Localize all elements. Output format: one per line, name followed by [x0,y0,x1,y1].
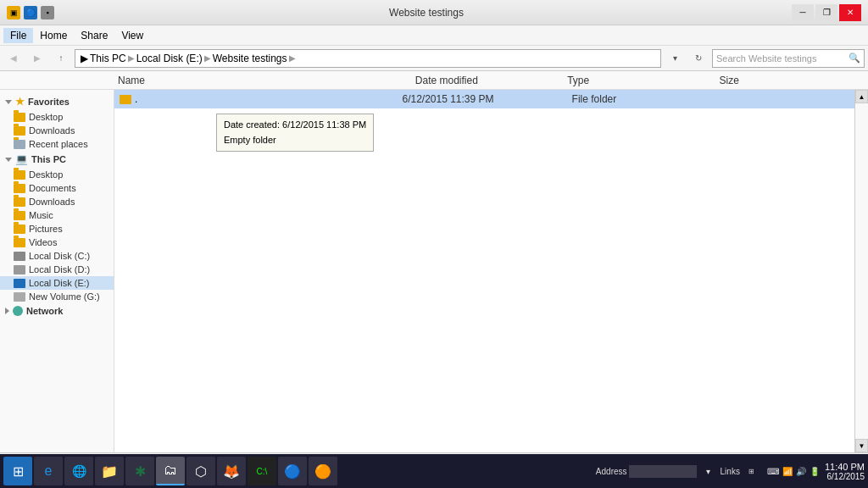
file-type: File folder [572,93,714,105]
app-icon-2: 🔵 [24,6,37,19]
sidebar-item-label: Desktop [29,112,63,122]
search-box[interactable]: Search Website testings 🔍 [712,49,865,68]
app-icon-3: ▪ [41,6,54,19]
sidebar-item-localc[interactable]: Local Disk (C:) [0,249,114,263]
sidebar-item-videos[interactable]: Videos [0,236,114,249]
table-row[interactable]: . 6/12/2015 11:39 PM File folder [114,90,854,108]
sidebar-item-label: Videos [29,237,57,247]
sidebar-item-downloads-fav[interactable]: Downloads [0,124,114,137]
scroll-down-button[interactable]: ▼ [855,439,868,452]
sidebar-item-label: Local Disk (E:) [29,278,90,288]
sidebar-section-network[interactable]: Network [0,303,114,319]
restore-button[interactable]: ❐ [815,4,837,21]
breadcrumb-sep-3: ▶ [289,53,296,63]
sidebar-item-desktop-fav[interactable]: Desktop [0,110,114,124]
links-button[interactable]: ⊞ [742,462,762,471]
sidebar-item-label: Desktop [29,169,63,180]
sidebar-section-thispc[interactable]: 💻 This PC [0,151,114,168]
breadcrumb-sep-2: ▶ [204,53,211,63]
breadcrumb-websitetestings[interactable]: Website testings [213,53,287,64]
breadcrumb-sep-1: ▶ [128,53,135,63]
sidebar-item-locale[interactable]: Local Disk (E:) [0,276,114,290]
sidebar-section-favorites[interactable]: ★ Favorites [0,93,114,110]
sidebar-item-newvolume[interactable]: New Volume (G:) [0,290,114,303]
favorites-label: Favorites [28,97,70,107]
breadcrumb-arrow: ▶ [81,53,88,64]
clock: 11:40 PM 6/12/2015 [825,462,865,472]
file-area[interactable]: . 6/12/2015 11:39 PM File folder Date cr… [114,90,854,452]
folder-icon [14,197,25,207]
taskbar-ie-button[interactable]: e [34,457,63,471]
network-expand-icon [5,308,9,314]
dropdown-button[interactable]: ▾ [665,49,685,68]
refresh-button[interactable]: ↻ [688,49,709,68]
folder-icon [14,170,25,180]
taskbar-excel-button[interactable]: ✱ [125,457,154,471]
up-button[interactable]: ↑ [51,49,71,68]
address-taskbar: Address ▾ Links ⊞ [596,462,762,471]
col-header-name[interactable]: Name [114,75,412,86]
sidebar-item-documents[interactable]: Documents [0,181,114,195]
forward-button[interactable]: ▶ [27,49,47,68]
menu-home[interactable]: Home [33,28,74,43]
sidebar-item-label: Recent places [29,139,88,149]
col-header-date[interactable]: Date modified [412,75,564,86]
thispc-label: This PC [31,154,66,164]
folder-icon [14,126,25,136]
sidebar-item-downloads[interactable]: Downloads [0,195,114,208]
file-name-text: . [135,93,137,105]
sys-tray: ⌨ 📶 🔊 🔋 [767,467,820,472]
minimize-button[interactable]: ─ [792,4,814,21]
network-label: Network [26,306,63,316]
main-area: ★ Favorites Desktop Downloads Recent pla… [0,90,868,452]
taskbar-explorer-button[interactable]: 📁 [95,457,124,471]
app-icon-1: ▣ [7,6,20,19]
back-button[interactable]: ◀ [3,49,24,68]
taskbar-app2-button[interactable]: 🦊 [217,457,246,471]
taskbar-chrome-button[interactable]: 🌐 [64,457,93,471]
taskbar-app3-button[interactable]: 🔵 [278,457,307,471]
scrollbar[interactable]: ▲ ▼ [854,90,868,452]
sidebar-item-locald[interactable]: Local Disk (D:) [0,263,114,276]
sidebar-item-desktop[interactable]: Desktop [0,168,114,181]
col-header-type[interactable]: Type [564,75,715,86]
search-placeholder: Search Website testings [716,53,816,64]
title-bar-icons: ▣ 🔵 ▪ [7,6,54,19]
file-name: . [120,93,402,105]
breadcrumb-thispc[interactable]: This PC [90,53,126,64]
search-icon[interactable]: 🔍 [849,53,860,64]
sidebar-item-pictures[interactable]: Pictures [0,222,114,236]
folder-icon [14,238,25,247]
network-icon [13,306,23,316]
scroll-track[interactable] [855,103,868,439]
drive-e-icon [14,279,25,288]
close-button[interactable]: ✕ [839,4,861,21]
column-headers: Name Date modified Type Size [0,71,868,90]
thispc-expand-icon [5,158,12,162]
breadcrumb[interactable]: ▶ This PC ▶ Local Disk (E:) ▶ Website te… [75,49,661,68]
tooltip: Date created: 6/12/2015 11:38 PM Empty f… [216,114,374,152]
menu-file[interactable]: File [3,28,33,43]
address-bar: ◀ ▶ ↑ ▶ This PC ▶ Local Disk (E:) ▶ Webs… [0,46,868,71]
sidebar-item-music[interactable]: Music [0,208,114,222]
taskbar-folder-button[interactable]: 🗂 [156,457,185,471]
col-header-size[interactable]: Size [716,75,868,86]
sidebar: ★ Favorites Desktop Downloads Recent pla… [0,90,114,452]
sidebar-item-recentplaces[interactable]: Recent places [0,137,114,151]
sidebar-item-label: Pictures [29,224,63,234]
sidebar-item-label: Local Disk (C:) [29,251,90,261]
menu-share[interactable]: Share [74,28,114,43]
address-go-button[interactable]: ▾ [698,462,719,471]
title-bar: ▣ 🔵 ▪ Website testings ─ ❐ ✕ [0,0,868,25]
taskbar-app4-button[interactable]: 🟠 [309,457,337,471]
address-label: Address [596,467,627,472]
breadcrumb-localdisk[interactable]: Local Disk (E:) [136,53,203,64]
scroll-up-button[interactable]: ▲ [855,90,868,103]
start-button[interactable]: ⊞ [3,457,32,471]
taskbar-app1-button[interactable]: ⬡ [186,457,215,471]
favorites-star-icon: ★ [15,96,25,108]
drive-g-icon [14,292,25,302]
menu-view[interactable]: View [114,28,150,43]
taskbar-terminal-button[interactable]: C:\ [248,457,276,471]
address-input[interactable] [629,465,697,472]
